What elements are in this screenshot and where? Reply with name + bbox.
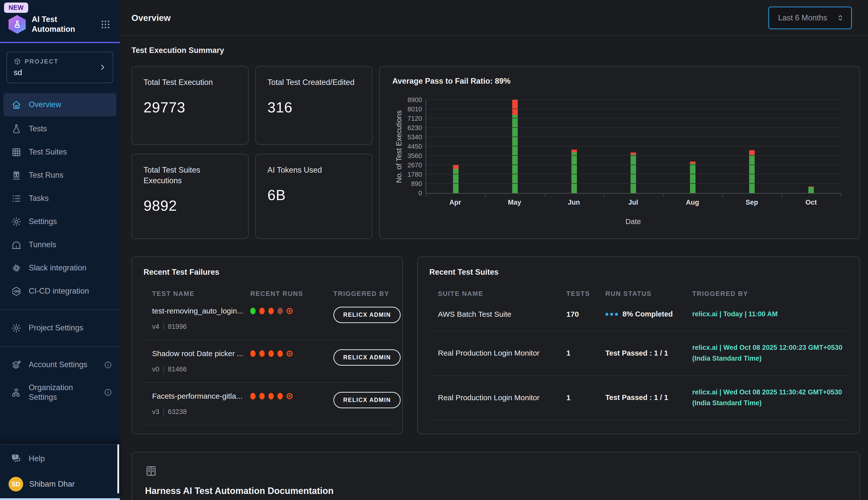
time-range-select[interactable]: Last 6 Months bbox=[768, 7, 852, 29]
test-name: test-removing_auto_login... bbox=[152, 307, 245, 315]
sidebar-item-test-runs[interactable]: Test Runs bbox=[0, 164, 120, 187]
info-icon[interactable] bbox=[104, 388, 112, 397]
stacked-bar bbox=[512, 100, 518, 193]
home-icon bbox=[11, 100, 22, 110]
suite-row[interactable]: Real Production Login Monitor 1 Test Pas… bbox=[429, 376, 848, 420]
chart-band bbox=[663, 100, 722, 193]
run-status-dot bbox=[278, 350, 283, 357]
failure-row[interactable]: test-removing_auto_login... v481996 RELI… bbox=[143, 298, 391, 340]
apps-grid-icon[interactable] bbox=[100, 19, 111, 30]
run-status-dot bbox=[250, 350, 256, 357]
x-axis-label: Date bbox=[425, 217, 841, 226]
column-test-name: TEST NAME bbox=[152, 290, 250, 298]
stat-title: Total Test Suites Executions bbox=[143, 165, 236, 186]
run-status-dot bbox=[250, 393, 256, 399]
sidebar-scrollbar-thumb[interactable] bbox=[117, 444, 119, 493]
suite-status: Test Passed : 1 / 1 bbox=[605, 393, 692, 402]
axis-tick bbox=[782, 193, 782, 196]
x-tick-label: May bbox=[485, 198, 544, 206]
documentation-card: Harness AI Test Automation Documentation… bbox=[131, 452, 860, 500]
layers-icon bbox=[11, 360, 22, 370]
app-title: AI Test Automation bbox=[32, 15, 94, 34]
gridline bbox=[426, 137, 841, 137]
app-logo-icon bbox=[9, 15, 26, 34]
column-triggered-by: TRIGGERED BY bbox=[333, 290, 391, 298]
stat-card-ai-tokens-used: AI Tokens Used 6B bbox=[255, 154, 373, 239]
recent-runs-dots bbox=[250, 308, 333, 314]
sidebar-item-tunnels[interactable]: Tunnels bbox=[0, 234, 120, 257]
bar-segment bbox=[512, 115, 518, 193]
project-value: sd bbox=[14, 68, 106, 77]
sidebar-item-cicd-integration[interactable]: CI-CD integration bbox=[0, 280, 120, 303]
project-selector[interactable]: PROJECT sd bbox=[7, 52, 113, 83]
tables-row: Recent Test Failures TEST NAME RECENT RU… bbox=[131, 257, 860, 434]
cicd-icon bbox=[11, 286, 22, 297]
failure-row[interactable]: Copilot: Classified: Leave... v663129 RE… bbox=[143, 425, 391, 434]
triggered-by-button[interactable]: RELICX ADMIN bbox=[333, 392, 401, 408]
sidebar-item-organization-settings[interactable]: Organization Settings bbox=[0, 376, 120, 409]
user-menu[interactable]: SD Shibam Dhar bbox=[0, 470, 120, 500]
y-tick-label: 4450 bbox=[408, 143, 422, 150]
stacked-bar bbox=[453, 100, 459, 193]
help-icon: ? bbox=[11, 453, 22, 464]
summary-grid: Total Test Execution 29773 Total Test Cr… bbox=[131, 66, 860, 239]
test-name: Facets-performance-gitla... bbox=[152, 392, 245, 400]
new-badge: NEW bbox=[4, 2, 28, 13]
run-status-dot bbox=[250, 308, 256, 314]
stat-value: 6B bbox=[267, 186, 360, 203]
suite-triggered-by: relicx.ai | Wed Oct 08 2025 12:00:23 GMT… bbox=[692, 342, 848, 364]
suite-triggered-by: relicx.ai | Wed Oct 08 2025 11:30:42 GMT… bbox=[692, 387, 848, 409]
test-meta: v081466 bbox=[152, 365, 250, 373]
suite-row[interactable]: Real Production Login Monitor 1 Test Pas… bbox=[429, 331, 848, 375]
flask-icon bbox=[11, 124, 22, 134]
triggered-by-button[interactable]: RELICX ADMIN bbox=[333, 349, 401, 366]
sidebar-item-tests[interactable]: Tests bbox=[0, 117, 120, 141]
failure-row[interactable]: Facets-performance-gitla... v363238 RELI… bbox=[143, 383, 391, 425]
chart-title: Average Pass to Fail Ratio: 89% bbox=[392, 77, 847, 86]
stat-value: 29773 bbox=[143, 99, 236, 116]
run-status-dot bbox=[268, 308, 274, 314]
stat-title: Total Test Execution bbox=[143, 77, 236, 88]
suite-status: 8% Completed bbox=[605, 309, 692, 319]
sidebar-item-test-suites[interactable]: Test Suites bbox=[0, 141, 120, 164]
chart-band bbox=[426, 100, 485, 193]
y-axis-label: No. of Test Executions bbox=[395, 110, 403, 183]
triggered-by-button[interactable]: RELICX ADMIN bbox=[333, 307, 401, 323]
horizontal-scrollbar[interactable] bbox=[0, 498, 120, 500]
failure-row[interactable]: Shadow root Date picker ... v081466 RELI… bbox=[143, 340, 391, 383]
stat-value: 316 bbox=[267, 99, 360, 116]
column-run-status: RUN STATUS bbox=[605, 290, 692, 298]
suite-row[interactable]: Real Production Login Monitor 1 Test Pas… bbox=[429, 420, 848, 434]
suite-row[interactable]: AWS Batch Test Suite 170 8% Completed re… bbox=[429, 298, 848, 331]
info-icon[interactable] bbox=[104, 361, 112, 369]
suite-triggered-by: relicx.ai | Today | 11:00 AM bbox=[692, 309, 848, 320]
run-status-dot bbox=[278, 393, 283, 399]
stat-title: AI Tokens Used bbox=[267, 165, 360, 175]
bar-segment bbox=[453, 165, 459, 169]
y-tick-label: 3560 bbox=[408, 152, 422, 160]
sidebar-item-tasks[interactable]: Tasks bbox=[0, 187, 120, 210]
sidebar-item-account-settings[interactable]: Account Settings bbox=[0, 353, 120, 376]
gridline bbox=[426, 183, 841, 184]
stat-value: 9892 bbox=[143, 197, 236, 214]
sidebar-item-settings[interactable]: Settings bbox=[0, 210, 120, 234]
chart-plot: 0890178026703560445053406230712080108900 bbox=[425, 100, 841, 194]
sidebar-item-slack-integration[interactable]: Slack integration bbox=[0, 257, 120, 280]
y-tick-label: 2670 bbox=[408, 161, 422, 169]
sidebar-item-help[interactable]: ? Help bbox=[0, 447, 120, 470]
bar-segment bbox=[690, 161, 695, 163]
stacked-bar bbox=[690, 100, 695, 193]
x-tick-label: Sep bbox=[722, 198, 782, 206]
gridline bbox=[426, 146, 841, 146]
run-status-dot bbox=[259, 393, 265, 399]
progress-dots-icon bbox=[605, 313, 618, 316]
suites-table-header: SUITE NAME TESTS RUN STATUS TRIGGERED BY bbox=[429, 290, 848, 298]
stacked-bar bbox=[571, 100, 577, 193]
run-status-ring-icon bbox=[286, 393, 293, 399]
x-tick-label: Jul bbox=[603, 198, 663, 206]
sidebar-item-overview[interactable]: Overview bbox=[3, 93, 116, 116]
bar-segment bbox=[808, 187, 814, 193]
suite-name: Real Production Login Monitor bbox=[438, 349, 566, 357]
bar-segment bbox=[512, 100, 518, 115]
sidebar-item-project-settings[interactable]: Project Settings bbox=[0, 317, 120, 340]
